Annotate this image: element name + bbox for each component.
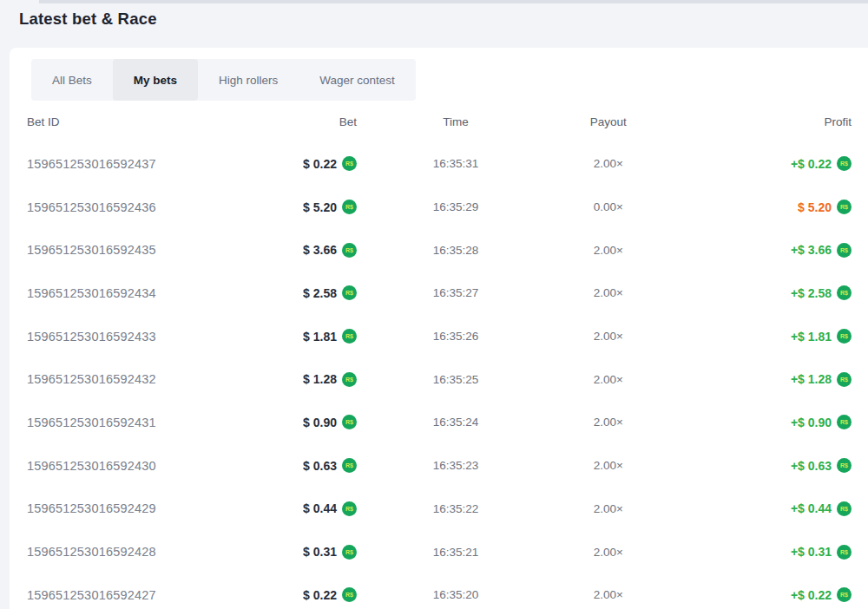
table-row: 159651253016592433 $ 1.81 R$ 16:35:26 2.… (27, 315, 852, 358)
profit-value: +$ 0.31 (791, 545, 832, 559)
tab-my-bets[interactable]: My bets (113, 59, 198, 101)
profit-value: +$ 3.66 (791, 243, 832, 257)
column-header-profit: Profit (662, 115, 852, 128)
tab-all-bets[interactable]: All Bets (31, 59, 113, 101)
bet-time-value: 16:35:31 (357, 157, 555, 170)
bet-amount-value: $ 0.44 (303, 501, 337, 515)
payout-multiplier-value: 2.00× (555, 546, 662, 559)
brl-coin-icon: R$ (342, 156, 357, 171)
table-row: 159651253016592428 $ 0.31 R$ 16:35:21 2.… (27, 530, 852, 573)
bet-amount-value: $ 0.22 (303, 588, 337, 602)
bet-amount-value: $ 0.31 (303, 545, 337, 559)
profit-value: $ 5.20 (798, 200, 832, 214)
tab-high-rollers[interactable]: High rollers (198, 59, 299, 101)
payout-multiplier-value: 2.00× (555, 157, 662, 170)
table-row: 159651253016592431 $ 0.90 R$ 16:35:24 2.… (27, 401, 852, 444)
payout-multiplier-value: 2.00× (555, 416, 662, 429)
table-row: 159651253016592434 $ 2.58 R$ 16:35:27 2.… (27, 272, 852, 315)
bet-amount-value: $ 1.28 (303, 372, 337, 386)
bet-id-value: 159651253016592437 (27, 157, 225, 171)
profit-value: +$ 0.63 (791, 459, 832, 473)
bet-amount-value: $ 0.90 (303, 416, 337, 429)
brl-coin-icon: R$ (837, 329, 852, 344)
bet-time-value: 16:35:24 (357, 416, 555, 429)
brl-coin-icon: R$ (837, 243, 852, 258)
table-row: 159651253016592432 $ 1.28 R$ 16:35:25 2.… (27, 357, 852, 401)
bet-time-value: 16:35:25 (357, 373, 555, 386)
bet-id-value: 159651253016592430 (27, 459, 225, 473)
bet-time-value: 16:35:26 (357, 330, 555, 343)
brl-coin-icon: R$ (342, 372, 357, 387)
brl-coin-icon: R$ (342, 501, 357, 516)
payout-multiplier-value: 2.00× (555, 244, 662, 257)
bet-id-value: 159651253016592429 (27, 501, 225, 515)
bets-table: Bet ID Bet Time Payout Profit 1596512530… (27, 101, 852, 609)
brl-coin-icon: R$ (837, 587, 852, 602)
brl-coin-icon: R$ (837, 285, 852, 300)
brl-coin-icon: R$ (837, 458, 852, 473)
brl-coin-icon: R$ (342, 458, 357, 473)
bet-id-value: 159651253016592431 (27, 416, 225, 429)
table-body: 159651253016592437 $ 0.22 R$ 16:35:31 2.… (27, 142, 852, 609)
profit-value: +$ 0.22 (791, 157, 832, 171)
bet-id-value: 159651253016592427 (27, 588, 225, 602)
payout-multiplier-value: 2.00× (555, 373, 662, 386)
bet-id-value: 159651253016592435 (27, 243, 225, 257)
bet-time-value: 16:35:21 (357, 546, 555, 559)
bet-id-value: 159651253016592434 (27, 286, 225, 300)
brl-coin-icon: R$ (342, 285, 357, 300)
brl-coin-icon: R$ (342, 243, 357, 258)
page-title: Latest bet & Race (19, 10, 157, 29)
payout-multiplier-value: 2.00× (555, 588, 662, 601)
brl-coin-icon: R$ (837, 545, 852, 560)
bet-time-value: 16:35:23 (357, 459, 555, 472)
table-row: 159651253016592427 $ 0.22 R$ 16:35:20 2.… (27, 573, 852, 609)
bet-time-value: 16:35:20 (357, 588, 555, 601)
table-row: 159651253016592430 $ 0.63 R$ 16:35:23 2.… (27, 444, 852, 488)
column-header-payout: Payout (555, 115, 662, 128)
payout-multiplier-value: 2.00× (555, 459, 662, 472)
bet-id-value: 159651253016592432 (27, 372, 225, 386)
brl-coin-icon: R$ (342, 587, 357, 602)
column-header-bet: Bet (225, 115, 357, 128)
bet-amount-value: $ 0.63 (303, 459, 337, 473)
bet-id-value: 159651253016592436 (27, 200, 225, 214)
profit-value: +$ 1.28 (791, 372, 832, 386)
bet-amount-value: $ 2.58 (303, 286, 337, 300)
bet-amount-value: $ 3.66 (303, 243, 337, 257)
tab-wager-contest[interactable]: Wager contest (299, 59, 416, 101)
bet-amount-value: $ 1.81 (303, 330, 337, 344)
bet-time-value: 16:35:28 (357, 244, 555, 257)
brl-coin-icon: R$ (837, 415, 852, 429)
profit-value: +$ 1.81 (791, 330, 832, 344)
brl-coin-icon: R$ (342, 200, 357, 214)
profit-value: +$ 2.58 (791, 286, 832, 300)
profit-value: +$ 0.44 (791, 501, 832, 515)
column-header-time: Time (357, 115, 555, 128)
table-row: 159651253016592437 $ 0.22 R$ 16:35:31 2.… (27, 142, 852, 186)
top-divider (39, 0, 868, 3)
payout-multiplier-value: 2.00× (555, 286, 662, 299)
profit-value: +$ 0.22 (791, 588, 832, 602)
table-row: 159651253016592436 $ 5.20 R$ 16:35:29 0.… (27, 186, 852, 229)
table-header-row: Bet ID Bet Time Payout Profit (27, 101, 852, 142)
profit-value: +$ 0.90 (791, 416, 832, 429)
brl-coin-icon: R$ (837, 372, 852, 387)
payout-multiplier-value: 2.00× (555, 330, 662, 343)
column-header-bet-id: Bet ID (27, 115, 225, 128)
table-row: 159651253016592435 $ 3.66 R$ 16:35:28 2.… (27, 228, 852, 272)
payout-multiplier-value: 2.00× (555, 502, 662, 515)
table-row: 159651253016592429 $ 0.44 R$ 16:35:22 2.… (27, 488, 852, 531)
bet-id-value: 159651253016592433 (27, 330, 225, 344)
payout-multiplier-value: 0.00× (555, 200, 662, 213)
brl-coin-icon: R$ (342, 545, 357, 560)
bet-tabs: All BetsMy betsHigh rollersWager contest (31, 59, 416, 101)
brl-coin-icon: R$ (342, 329, 357, 344)
bet-amount-value: $ 0.22 (303, 157, 337, 171)
brl-coin-icon: R$ (342, 415, 357, 429)
brl-coin-icon: R$ (837, 156, 852, 171)
bet-id-value: 159651253016592428 (27, 545, 225, 559)
brl-coin-icon: R$ (837, 200, 852, 214)
brl-coin-icon: R$ (837, 501, 852, 516)
latest-bets-card: All BetsMy betsHigh rollersWager contest… (10, 48, 868, 609)
